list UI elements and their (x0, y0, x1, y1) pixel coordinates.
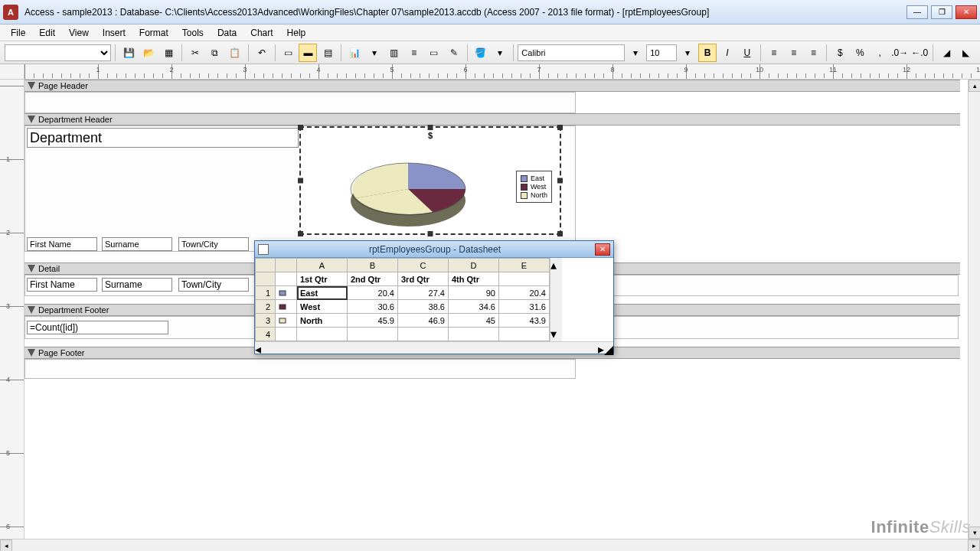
datasheet-icon[interactable]: ▦ (159, 44, 178, 62)
chart-type-icon[interactable]: 📊 (345, 44, 364, 62)
bold-icon[interactable]: B (698, 44, 717, 62)
band-label: Detail (38, 264, 60, 273)
section-department-header[interactable]: Department $ East (24, 126, 576, 252)
font-size-select[interactable] (646, 44, 677, 61)
scroll-left-icon[interactable]: ◂ (0, 540, 12, 551)
increase-decimal-icon[interactable]: .0→ (890, 44, 909, 62)
menu-view[interactable]: View (63, 26, 95, 40)
cut-icon[interactable]: ✂ (186, 44, 204, 62)
by-column-icon[interactable]: ▬ (299, 44, 317, 62)
italic-icon[interactable]: I (718, 44, 737, 62)
datasheet-vertical-scrollbar[interactable]: ▴ ▾ (550, 258, 562, 341)
col-header[interactable]: A (297, 259, 348, 272)
datasheet-icon (258, 244, 269, 255)
align-left-icon[interactable]: ≡ (765, 44, 783, 62)
vertical-scrollbar[interactable]: ▴ ▾ (968, 80, 980, 539)
svg-rect-4 (279, 318, 286, 323)
comma-icon[interactable]: , (871, 44, 889, 62)
surname-header[interactable]: Surname (102, 237, 172, 251)
chevron-down-icon[interactable]: ▾ (365, 44, 384, 62)
department-label[interactable]: Department (27, 128, 299, 148)
town-field[interactable]: Town/City (178, 278, 249, 292)
col-header[interactable]: B (348, 259, 398, 272)
band-toggle-icon (28, 116, 35, 123)
table-row[interactable]: 3 North 45.9 46.9 45 43.9 (256, 314, 550, 328)
menu-insert[interactable]: Insert (96, 26, 132, 40)
col-header[interactable]: E (499, 259, 550, 272)
chevron-down-icon[interactable]: ▾ (626, 44, 645, 62)
angle-text-down-icon[interactable]: ◣ (957, 44, 975, 62)
angle-text-icon[interactable]: ◢ (937, 44, 956, 62)
section-page-footer[interactable] (24, 359, 576, 379)
watermark: InfiniteSkills (871, 517, 971, 537)
count-expression[interactable]: =Count([id]) (27, 321, 168, 334)
legend-icon[interactable]: ▭ (425, 44, 443, 62)
menu-edit[interactable]: Edit (33, 26, 61, 40)
scroll-down-icon[interactable]: ▾ (550, 327, 562, 341)
band-label: Department Header (38, 115, 113, 124)
menu-tools[interactable]: Tools (176, 26, 210, 40)
datasheet-window[interactable]: rptEmployeesGroup - Datasheet ✕ A B C D … (254, 240, 614, 354)
svg-rect-2 (279, 291, 286, 295)
town-header[interactable]: Town/City (178, 237, 249, 251)
copy-icon[interactable]: ⧉ (206, 44, 224, 62)
datasheet-table[interactable]: A B C D E 1st Qtr 2nd Qtr 3rd Qtr 4th Qt… (255, 258, 550, 341)
band-label: Page Footer (38, 348, 85, 357)
menu-data[interactable]: Data (211, 26, 243, 40)
chart-object-select[interactable] (5, 44, 111, 61)
band-label: Page Header (38, 81, 88, 90)
band-label: Department Footer (38, 305, 109, 315)
toolbar: 💾 📂 ▦ ✂ ⧉ 📋 ↶ ▭ ▬ ▤ 📊 ▾ ▥ ≡ ▭ ✎ 🪣 ▾ ▾ ▾ … (0, 41, 980, 64)
band-page-header[interactable]: Page Header (24, 80, 960, 92)
drawing-icon[interactable]: ✎ (445, 44, 463, 62)
table-row[interactable]: 2 West 30.6 38.6 34.6 31.6 (256, 300, 550, 314)
menu-file[interactable]: File (5, 26, 31, 40)
minimize-button[interactable]: — (906, 5, 928, 19)
first-name-field[interactable]: First Name (27, 278, 97, 292)
close-button[interactable]: ✕ (956, 5, 977, 19)
align-right-icon[interactable]: ≡ (805, 44, 823, 62)
menu-chart[interactable]: Chart (244, 26, 279, 40)
section-page-header[interactable] (24, 92, 576, 113)
currency-icon[interactable]: $ (831, 44, 849, 62)
save-icon[interactable]: 💾 (119, 44, 138, 62)
value-axis-grid-icon[interactable]: ≡ (405, 44, 423, 62)
scroll-left-icon[interactable]: ◂ (255, 342, 261, 354)
align-center-icon[interactable]: ≡ (785, 44, 803, 62)
menu-help[interactable]: Help (281, 26, 312, 40)
surname-field[interactable]: Surname (102, 278, 172, 292)
menu-format[interactable]: Format (133, 26, 175, 40)
scroll-right-icon[interactable]: ▸ (598, 342, 604, 354)
percent-icon[interactable]: % (851, 44, 869, 62)
category-axis-grid-icon[interactable]: ▥ (385, 44, 403, 62)
resize-grip-icon[interactable]: ◢ (604, 342, 613, 354)
paste-icon[interactable]: 📋 (226, 44, 244, 62)
by-row-icon[interactable]: ▭ (279, 44, 298, 62)
open-icon[interactable]: 📂 (139, 44, 158, 62)
undo-icon[interactable]: ↶ (253, 44, 271, 62)
col-header[interactable]: D (449, 259, 499, 272)
font-name-select[interactable] (518, 44, 625, 61)
chart-object[interactable]: $ East West North (299, 126, 561, 235)
band-department-header[interactable]: Department Header (24, 113, 960, 126)
chevron-down-icon[interactable]: ▾ (491, 44, 509, 62)
report-design-surface[interactable]: Page Header Department Header Department… (24, 80, 968, 539)
fill-color-icon[interactable]: 🪣 (472, 44, 490, 62)
scroll-right-icon[interactable]: ▸ (968, 540, 980, 551)
scroll-up-icon[interactable]: ▴ (969, 80, 980, 92)
datasheet-horizontal-scrollbar[interactable]: ◂ ▸ ◢ (255, 341, 613, 354)
datasheet-close-button[interactable]: ✕ (595, 243, 610, 256)
datasheet-titlebar[interactable]: rptEmployeesGroup - Datasheet ✕ (255, 241, 613, 258)
underline-icon[interactable]: U (738, 44, 756, 62)
scroll-up-icon[interactable]: ▴ (550, 258, 562, 272)
data-table-icon[interactable]: ▤ (318, 44, 337, 62)
table-row[interactable]: 1 East 20.4 27.4 90 20.4 (256, 286, 550, 300)
horizontal-scrollbar[interactable]: ◂ ▸ (0, 539, 980, 551)
horizontal-ruler: 12345678910111213 (0, 64, 980, 80)
first-name-header[interactable]: First Name (27, 237, 97, 251)
decrease-decimal-icon[interactable]: ←.0 (910, 44, 929, 62)
chevron-down-icon[interactable]: ▾ (678, 44, 697, 62)
maximize-button[interactable]: ❐ (931, 5, 952, 19)
table-row[interactable]: 4 (256, 328, 550, 341)
col-header[interactable]: C (398, 259, 449, 272)
